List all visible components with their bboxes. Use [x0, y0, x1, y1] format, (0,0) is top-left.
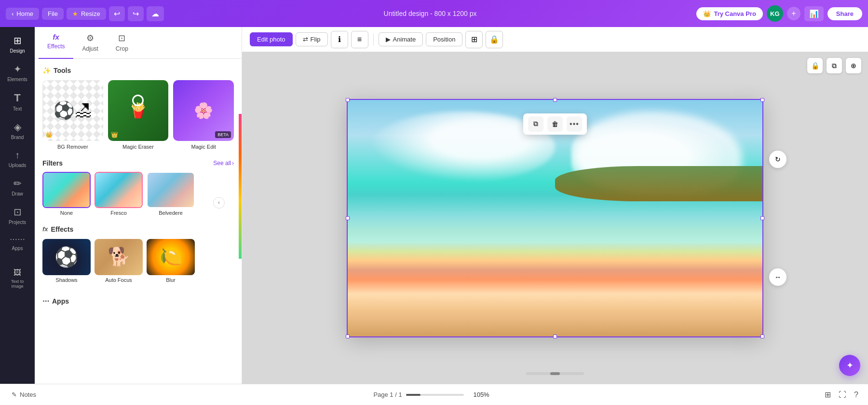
tool-bg-remover[interactable]: ⚽🏖 👑 BG Remover [42, 80, 103, 150]
apps-mini-section: ⋯ Apps [42, 297, 234, 305]
sidebar-item-design[interactable]: ⊞ Design [3, 31, 32, 57]
filter-none-thumb [42, 172, 91, 208]
canvas-frame[interactable]: ⧉ 🗑 ••• ↻ ↔ [347, 99, 763, 337]
status-bar: ✎ Notes Page 1 / 1 105% ⊞ ⛶ ? [0, 384, 868, 405]
sidebar-item-brand[interactable]: ◈ Brand [3, 117, 32, 144]
sidebar-item-apps[interactable]: ⋯⋯ Apps [3, 231, 32, 255]
handle-middle-right[interactable] [760, 216, 764, 220]
left-sidebar: ⊞ Design ✦ Elements T Text ◈ Brand ↑ Upl… [0, 27, 35, 384]
handle-top-middle[interactable] [553, 98, 557, 102]
share-button[interactable]: Share [827, 7, 862, 20]
magic-edit-label: Magic Edit [191, 144, 216, 150]
canvas-image: ⧉ 🗑 ••• [348, 100, 762, 336]
resize-button[interactable]: ★ Resize [67, 8, 106, 20]
try-pro-label: Try Canva Pro [714, 10, 756, 17]
home-button[interactable]: ‹ Home [6, 8, 39, 20]
filter-belvedere[interactable]: Belvedere [147, 172, 195, 216]
grid-view-button[interactable]: ⊞ [823, 388, 833, 401]
flip-button[interactable]: ⇄ Flip [296, 32, 328, 46]
status-center: Page 1 / 1 105% [46, 391, 817, 398]
flower-icon: 🌸 [194, 101, 213, 120]
effect-blur[interactable]: 🍋 Blur [147, 239, 195, 283]
handle-middle-left[interactable] [346, 216, 350, 220]
lemon-icon: 🍋 [160, 246, 182, 267]
position-label: Position [433, 36, 455, 43]
sidebar-item-draw[interactable]: ✏ Draw [3, 174, 32, 200]
grid-button[interactable]: ⊞ [465, 31, 483, 48]
main-area: ⊞ Design ✦ Elements T Text ◈ Brand ↑ Upl… [0, 27, 868, 384]
sidebar-item-text2image[interactable]: 🖼 Text to Image [3, 265, 32, 293]
canvas-rotate-icon[interactable]: ↻ [769, 151, 787, 168]
page-progress-bar[interactable] [406, 394, 464, 396]
apps-mini-label: Apps [52, 297, 69, 305]
info-button[interactable]: ℹ [331, 31, 348, 48]
canvas-delete-button[interactable]: 🗑 [547, 116, 563, 132]
handle-bottom-left[interactable] [346, 335, 350, 338]
canvas-copy-button[interactable]: ⧉ [528, 116, 543, 132]
handle-bottom-right[interactable] [760, 335, 764, 338]
handle-top-left[interactable] [346, 98, 350, 102]
fullscreen-button[interactable]: ⛶ [837, 389, 848, 401]
lock-button[interactable]: 🔒 [486, 31, 503, 48]
canvas-star-button[interactable]: ✦ [839, 355, 860, 376]
save-status-button[interactable]: ☁ [147, 6, 164, 21]
animate-button[interactable]: ▶ Animate [379, 32, 423, 46]
filter-fresco[interactable]: Fresco [95, 172, 143, 216]
redo-button[interactable]: ↪ [128, 6, 144, 21]
sidebar-item-label: Elements [7, 77, 27, 82]
tab-adjust[interactable]: ⚙ Adjust [73, 27, 107, 59]
blur-thumb: 🍋 [147, 239, 195, 275]
file-button[interactable]: File [42, 8, 64, 20]
flip-label: Flip [311, 36, 321, 43]
panel-tabs: fx Effects ⚙ Adjust ⊡ Crop [35, 27, 242, 59]
sidebar-item-uploads[interactable]: ↑ Uploads [3, 146, 32, 172]
handle-top-right[interactable] [760, 98, 764, 102]
duplicate-canvas-icon[interactable]: ⧉ [827, 58, 842, 73]
effects-tab-label: Effects [47, 43, 65, 50]
canvas-more-button[interactable]: ••• [567, 116, 582, 132]
sidebar-item-label: Apps [12, 246, 23, 251]
expand-canvas-icon[interactable]: ⊕ [846, 58, 861, 73]
tool-magic-eraser[interactable]: 🍟 👑 Magic Eraser [108, 80, 169, 150]
canvas-h-scrollbar[interactable] [526, 372, 584, 375]
see-all-label: See all [213, 160, 231, 167]
shadows-label: Shadows [55, 277, 77, 283]
autofocus-thumb: 🐕 [95, 239, 143, 275]
bg-remover-thumb: ⚽🏖 👑 [42, 80, 103, 141]
sidebar-item-label: Uploads [9, 163, 27, 168]
effect-shadows[interactable]: ⚽ Shadows [42, 239, 91, 283]
lines-button[interactable]: ≡ [351, 31, 368, 48]
filter-none[interactable]: None [42, 172, 91, 216]
home-label: Home [16, 10, 33, 17]
sidebar-item-projects[interactable]: ⊡ Projects [3, 202, 32, 229]
effect-auto-focus[interactable]: 🐕 Auto Focus [95, 239, 143, 283]
handle-bottom-middle[interactable] [553, 335, 557, 338]
page-info: Page 1 / 1 [373, 391, 402, 398]
lock-canvas-icon[interactable]: 🔒 [807, 58, 823, 73]
tab-crop[interactable]: ⊡ Crop [107, 27, 137, 59]
flip-icon: ⇄ [303, 36, 308, 43]
undo-button[interactable]: ↩ [109, 6, 125, 21]
sidebar-item-text[interactable]: T Text [3, 88, 32, 115]
edit-photo-button[interactable]: Edit photo [250, 32, 293, 46]
analytics-button[interactable]: 📊 [804, 6, 824, 21]
try-pro-button[interactable]: 👑 Try Canva Pro [696, 7, 762, 20]
filters-section-title: Filters [42, 159, 63, 167]
crown-icon: 👑 [703, 10, 711, 17]
position-button[interactable]: Position [426, 32, 462, 46]
topbar-right: 👑 Try Canva Pro KG + 📊 Share [696, 5, 862, 22]
panel: fx Effects ⚙ Adjust ⊡ Crop ✨ Tools [35, 27, 242, 384]
sidebar-item-elements[interactable]: ✦ Elements [3, 59, 32, 86]
help-button[interactable]: ? [852, 389, 860, 401]
panel-accent-strip [239, 114, 242, 259]
tool-magic-edit[interactable]: 🌸 BETA Magic Edit [173, 80, 234, 150]
add-collaborator-button[interactable]: + [787, 7, 800, 20]
canvas-floating-toolbar: ⧉ 🗑 ••• [523, 113, 587, 135]
see-all-button[interactable]: See all › [213, 160, 234, 167]
notes-button[interactable]: ✎ Notes [8, 389, 40, 400]
canvas-workspace[interactable]: 🔒 ⧉ ⊕ ⧉ 🗑 ••• [242, 52, 868, 384]
tab-effects[interactable]: fx Effects [39, 27, 73, 59]
notes-icon: ✎ [12, 391, 17, 398]
panel-collapse-button[interactable]: ‹ [213, 197, 225, 209]
canvas-resize-icon[interactable]: ↔ [769, 268, 787, 286]
